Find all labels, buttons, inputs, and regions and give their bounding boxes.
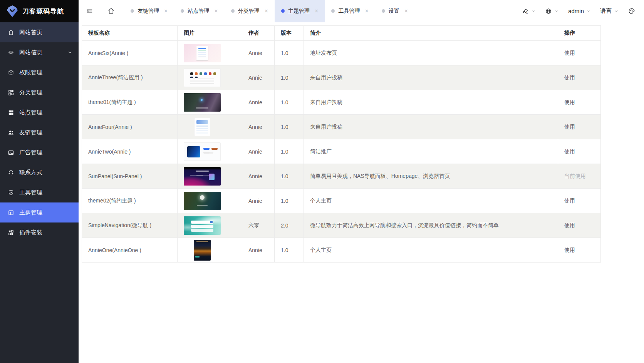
collapse-sidebar-icon[interactable] (85, 7, 94, 16)
use-button[interactable]: 使用 (564, 74, 575, 81)
current-in-use-label: 当前使用 (564, 173, 586, 180)
tab-sites[interactable]: 站点管理× (174, 0, 224, 22)
template-description: 来自用户投稿 (304, 90, 558, 115)
tab-close-icon[interactable]: × (265, 8, 268, 14)
template-description-text: 来自用户投稿 (310, 124, 342, 130)
chevron-down-icon (586, 9, 591, 13)
template-action-cell: 使用 (558, 213, 601, 238)
use-button[interactable]: 使用 (564, 247, 575, 254)
template-name-text: AnnieOne(AnnieOne ) (88, 247, 141, 253)
sidebar-item-plugins[interactable]: 插件安装 (0, 222, 79, 243)
thumbnail-wrapper (184, 69, 221, 87)
template-description: 来自用户投稿 (304, 115, 558, 139)
table-row: AnnieThree(简洁应用 )Annie1.0来自用户投稿使用 (82, 65, 601, 90)
use-button[interactable]: 使用 (564, 99, 575, 106)
template-version: 2.0 (274, 213, 304, 238)
tab-close-icon[interactable]: × (164, 8, 168, 14)
template-description-text: 简单易用且美观，NAS导航面板、Homepage、浏览器首页 (310, 173, 450, 180)
plugin-icon (8, 229, 14, 236)
use-button[interactable]: 使用 (564, 124, 575, 130)
use-button[interactable]: 使用 (564, 222, 575, 229)
home-icon[interactable] (106, 7, 116, 16)
admin-dropdown[interactable]: admin (568, 8, 591, 14)
template-name: AnnieThree(简洁应用 ) (82, 65, 177, 90)
template-author-text: Annie (248, 173, 262, 179)
template-thumbnail-image (194, 118, 210, 136)
table-row: SimpleNavigation(微导航 )六零2.0微导航致力于简洁高效上网导… (82, 213, 601, 238)
cube-icon (8, 69, 14, 76)
tab-categories[interactable]: 分类管理× (225, 0, 275, 22)
table-header-row: 模板名称图片作者版本简介操作 (82, 25, 601, 41)
tab-themes[interactable]: 主题管理× (275, 0, 325, 22)
template-description-text: 来自用户投稿 (310, 74, 342, 81)
sidebar-item-friend-links[interactable]: 友链管理 (0, 122, 79, 142)
template-action-cell: 使用 (558, 139, 601, 164)
template-thumbnail-cell (177, 90, 242, 115)
chevron-down-icon (554, 9, 559, 13)
tab-label: 分类管理 (238, 8, 260, 15)
sidebar-item-tools[interactable]: 工具管理 (0, 182, 79, 202)
template-action-cell: 使用 (558, 238, 601, 263)
template-version: 1.0 (274, 115, 304, 139)
tab-close-icon[interactable]: × (365, 8, 368, 14)
sidebar-item-label: 插件安装 (19, 229, 42, 236)
template-name-text: SimpleNavigation(微导航 ) (88, 222, 151, 229)
globe-dropdown[interactable] (545, 8, 559, 15)
tab-tools[interactable]: 工具管理× (325, 0, 375, 22)
use-button[interactable]: 使用 (564, 148, 575, 155)
template-name-text: AnnieSix(Annie ) (88, 50, 128, 56)
brand[interactable]: 刀客源码导航 (0, 0, 79, 22)
template-description-text: 微导航致力于简洁高效上网导航和搜索入口，沉淀最具价值链接，简约而不简单 (310, 222, 499, 229)
sidebar-item-label: 广告管理 (19, 149, 42, 156)
template-thumbnail-cell (177, 164, 242, 189)
tab-close-icon[interactable]: × (214, 8, 218, 14)
tab-settings[interactable]: 设置× (375, 0, 414, 22)
thumbnail-wrapper (184, 216, 221, 235)
skin-dropdown[interactable]: A (522, 8, 536, 15)
thumbnail-wrapper (184, 142, 221, 161)
template-thumbnail-cell (177, 41, 242, 65)
column-header: 模板名称 (82, 25, 177, 41)
sidebar-item-ads[interactable]: 广告管理 (0, 142, 79, 162)
sidebar-item-label: 主题管理 (19, 209, 42, 216)
template-thumbnail-image (184, 142, 221, 161)
sidebar-item-permissions[interactable]: 权限管理 (0, 62, 79, 82)
tab-close-icon[interactable]: × (404, 8, 408, 14)
topbar-right: A (522, 7, 644, 15)
use-button[interactable]: 使用 (564, 50, 575, 57)
template-version-text: 2.0 (281, 222, 288, 229)
admin-username: admin (568, 8, 584, 14)
tab-status-dot (131, 9, 134, 13)
template-author: Annie (242, 90, 274, 115)
sidebar-item-sites[interactable]: 站点管理 (0, 102, 79, 122)
layout-icon (8, 209, 14, 216)
template-version-text: 1.0 (281, 50, 288, 56)
sidebar: 刀客源码导航 网站首页网站信息权限管理分类管理站点管理友链管理广告管理联系方式工… (0, 0, 79, 363)
tab-status-dot (382, 9, 385, 13)
sidebar-item-label: 分类管理 (19, 89, 42, 96)
template-thumbnail-cell (177, 115, 242, 139)
table-row: SunPanel(Sun-Panel )Annie1.0简单易用且美观，NAS导… (82, 164, 601, 189)
language-dropdown[interactable]: 语言 (600, 7, 619, 15)
sidebar-item-categories[interactable]: 分类管理 (0, 82, 79, 102)
content-area: 模板名称图片作者版本简介操作 AnnieSix(Annie )Annie1.0地… (79, 22, 644, 363)
sidebar-item-site-info[interactable]: 网站信息 (0, 42, 79, 62)
sidebar-item-home[interactable]: 网站首页 (0, 22, 79, 42)
tab-close-icon[interactable]: × (315, 8, 318, 14)
sidebar-item-label: 工具管理 (19, 189, 42, 196)
template-author: Annie (242, 65, 274, 90)
sidebar-item-themes[interactable]: 主题管理 (0, 202, 79, 222)
thumbnail-wrapper (184, 93, 221, 112)
sidebar-item-label: 权限管理 (19, 69, 42, 76)
sidebar-item-contact[interactable]: 联系方式 (0, 162, 79, 182)
tab-friend-links[interactable]: 友链管理× (124, 0, 174, 22)
palette-icon[interactable] (628, 7, 636, 15)
templates-table: 模板名称图片作者版本简介操作 AnnieSix(Annie )Annie1.0地… (82, 25, 601, 263)
template-thumbnail-image (184, 93, 221, 112)
tab-status-dot (231, 9, 235, 13)
thumbnail-wrapper (184, 192, 221, 210)
use-button[interactable]: 使用 (564, 197, 575, 204)
template-version-text: 1.0 (281, 247, 288, 253)
table-row: AnnieTwo(Annie )Annie1.0简洁推广使用 (82, 139, 601, 164)
template-description-text: 简洁推广 (310, 148, 332, 155)
